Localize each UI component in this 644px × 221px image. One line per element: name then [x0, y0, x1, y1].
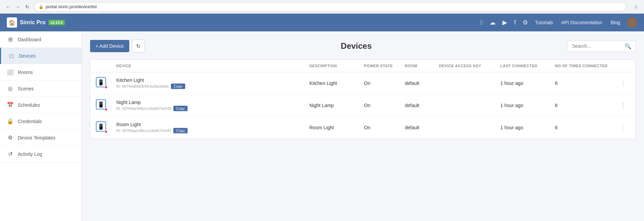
- table-row: 📱 Kitchen Light ID: 60764ab82fb4f14a3bed…: [90, 72, 635, 94]
- row-menu-button[interactable]: ⋮: [616, 79, 630, 87]
- logo-text: Sinric Pro: [20, 19, 46, 26]
- device-power-state: On: [364, 125, 405, 130]
- device-icon: 📱: [96, 121, 106, 132]
- devices-table: DEVICE DESCRIPTION POWER STATE ROOM DEVI…: [90, 59, 636, 139]
- device-icon-wrap: 📱: [96, 99, 108, 112]
- device-name: Kitchen Light: [116, 77, 309, 83]
- nav-icons:  ☁ ▶ f ⚙: [481, 19, 528, 26]
- col-device: DEVICE: [116, 64, 309, 68]
- search-icon: 🔍: [625, 43, 631, 49]
- user-avatar[interactable]: [627, 17, 637, 28]
- sidebar-item-label-activity-log: Activity Log: [18, 151, 42, 157]
- logo-icon: 🏠: [7, 17, 17, 28]
- blog-link[interactable]: Blog: [611, 20, 620, 25]
- sidebar-item-label-schedules: Schedules: [18, 102, 40, 108]
- row-menu-button[interactable]: ⋮: [616, 124, 630, 131]
- youtube-icon[interactable]: ▶: [502, 19, 507, 26]
- col-power-state: POWER STATE: [364, 64, 405, 68]
- sidebar-item-label-devices: Devices: [19, 53, 36, 59]
- apple-icon[interactable]: : [481, 19, 483, 26]
- lock-icon: 🔒: [39, 4, 44, 9]
- sidebar-item-scenes[interactable]: ◎ Scenes: [0, 80, 82, 97]
- copy-button[interactable]: Copy: [173, 128, 188, 133]
- sidebar-item-label-rooms: Rooms: [18, 70, 33, 75]
- search-input[interactable]: [572, 43, 623, 49]
- sidebar-item-label-credentials: Credentials: [18, 119, 42, 124]
- sidebar-item-dashboard[interactable]: ⊞ Dashboard: [0, 31, 82, 48]
- address-bar[interactable]: 🔒 portal.sinric.pro/device/list: [34, 2, 626, 12]
- facebook-icon[interactable]: f: [514, 19, 516, 26]
- device-name-cell: Night Lamp ID: 60764ac948ccc14a4674c049 …: [116, 100, 309, 111]
- device-times-connected: 6: [555, 103, 616, 108]
- refresh-button[interactable]: ↻: [132, 40, 145, 53]
- sidebar-item-rooms[interactable]: ⬜ Rooms: [0, 64, 82, 80]
- device-id: ID: 60764ab82fb4f14a3bedebfc: [116, 84, 169, 88]
- device-room: default: [405, 103, 439, 108]
- device-description: Kitchen Light: [309, 80, 364, 86]
- browser-bar: ← → ↻ 🔒 portal.sinric.pro/device/list ☆: [0, 0, 644, 14]
- device-name-cell: Room Light ID: 60764aa148ccc14a4674c047 …: [116, 122, 309, 133]
- sidebar-item-device-templates[interactable]: ⚙ Device Templates: [0, 130, 82, 146]
- page-title: Devices: [145, 41, 568, 51]
- col-icon: [96, 64, 116, 68]
- sidebar-item-label-device-templates: Device Templates: [18, 135, 55, 141]
- cloud-icon[interactable]: ☁: [489, 19, 496, 26]
- activity-log-icon: ↺: [7, 151, 14, 157]
- device-icon-wrap: 📱: [96, 121, 108, 134]
- api-doc-link[interactable]: API Documentation: [561, 20, 602, 25]
- device-last-connected: 1 hour ago: [500, 103, 555, 108]
- device-description: Room Light: [309, 125, 364, 130]
- sidebar-item-schedules[interactable]: 📅 Schedules: [0, 97, 82, 113]
- device-id: ID: 60764ac948ccc14a4674c049: [116, 106, 171, 110]
- col-last-connected: LAST CONNECTED: [500, 64, 555, 68]
- nav-buttons: ← → ↻: [4, 3, 31, 11]
- device-id: ID: 60764aa148ccc14a4674c047: [116, 129, 171, 133]
- device-icon-cell: 📱: [96, 121, 116, 134]
- add-device-button[interactable]: + Add Device: [90, 40, 129, 52]
- status-dot: [105, 86, 107, 89]
- credentials-icon: 🔒: [7, 118, 14, 124]
- row-menu-button[interactable]: ⋮: [616, 102, 630, 109]
- device-power-state: On: [364, 103, 405, 108]
- content-area: + Add Device ↻ Devices 🔍 DEVICE DESCRIPT…: [82, 31, 644, 221]
- back-button[interactable]: ←: [4, 3, 12, 11]
- top-navigation: 🏠 Sinric Pro v2.15.6  ☁ ▶ f ⚙ Tutorials…: [0, 14, 644, 31]
- device-power-state: On: [364, 80, 405, 86]
- copy-button[interactable]: Copy: [173, 106, 188, 111]
- col-times-connected: NO OF TIMES CONNECTED: [555, 64, 616, 68]
- sidebar-item-label-scenes: Scenes: [18, 86, 34, 91]
- table-row: 📱 Night Lamp ID: 60764ac948ccc14a4674c04…: [90, 94, 635, 117]
- col-room: ROOM: [405, 64, 439, 68]
- github-icon[interactable]: ⚙: [523, 19, 528, 26]
- sidebar-item-credentials[interactable]: 🔒 Credentials: [0, 113, 82, 130]
- forward-button[interactable]: →: [14, 3, 22, 11]
- device-times-connected: 6: [555, 125, 616, 130]
- tutorials-link[interactable]: Tutorials: [535, 20, 553, 25]
- rooms-icon: ⬜: [7, 69, 14, 75]
- device-room: default: [405, 80, 439, 86]
- col-access-key: DEVICE ACCESS KEY: [439, 64, 500, 68]
- search-box[interactable]: 🔍: [568, 41, 636, 52]
- dashboard-icon: ⊞: [7, 36, 14, 43]
- device-icon-wrap: 📱: [96, 77, 108, 89]
- version-badge: v2.15.6: [48, 20, 65, 25]
- copy-button[interactable]: Copy: [171, 84, 185, 89]
- device-last-connected: 1 hour ago: [500, 80, 555, 86]
- scenes-icon: ◎: [7, 85, 14, 92]
- reload-button[interactable]: ↻: [23, 3, 31, 11]
- sidebar-item-devices[interactable]: ◻ Devices: [0, 48, 82, 64]
- col-description: DESCRIPTION: [309, 64, 364, 68]
- url-text: portal.sinric.pro/device/list: [46, 4, 97, 9]
- device-id-row: ID: 60764ab82fb4f14a3bedebfc Copy: [116, 84, 309, 89]
- content-header: + Add Device ↻ Devices 🔍: [90, 40, 636, 53]
- device-name-cell: Kitchen Light ID: 60764ab82fb4f14a3bedeb…: [116, 77, 309, 89]
- device-icon-cell: 📱: [96, 77, 116, 89]
- device-id-row: ID: 60764aa148ccc14a4674c047 Copy: [116, 128, 309, 133]
- device-id-row: ID: 60764ac948ccc14a4674c049 Copy: [116, 106, 309, 111]
- sidebar-item-activity-log[interactable]: ↺ Activity Log: [0, 146, 82, 162]
- main-layout: ⊞ Dashboard ◻ Devices ⬜ Rooms ◎ Scenes 📅…: [0, 31, 644, 221]
- devices-icon: ◻: [8, 53, 15, 59]
- status-dot: [105, 108, 107, 111]
- logo-area: 🏠 Sinric Pro v2.15.6: [7, 17, 65, 28]
- bookmark-button[interactable]: ☆: [632, 3, 640, 11]
